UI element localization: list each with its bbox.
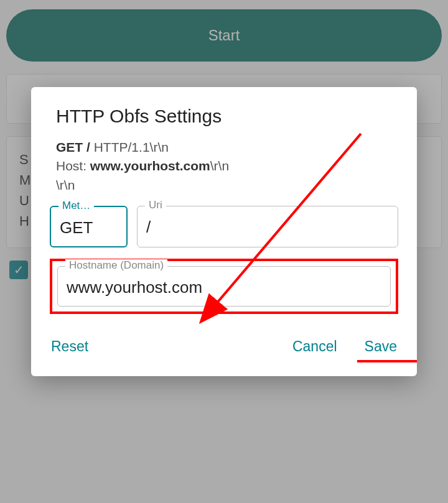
preview-method: GET [56,140,83,154]
save-wrap: Save [363,336,398,358]
preview-host-value: www.yourhost.com [90,159,210,173]
preview-crlf-1: \r\n [150,140,169,154]
http-obfs-dialog: HTTP Obfs Settings GET / HTTP/1.1\r\n Ho… [31,87,417,376]
preview-crlf-3: \r\n [56,178,75,192]
hostname-input[interactable] [67,278,381,297]
preview-path: / [86,140,90,154]
dialog-title: HTTP Obfs Settings [56,106,398,127]
action-right: Cancel Save [291,336,398,358]
preview-crlf-2: \r\n [210,159,229,173]
save-underline-annotation [357,360,417,362]
method-input[interactable] [60,218,118,238]
preview-http-version: HTTP/1.1 [94,140,150,154]
uri-label: Uri [145,199,166,211]
modal-overlay: HTTP Obfs Settings GET / HTTP/1.1\r\n Ho… [0,0,448,503]
uri-input[interactable] [146,218,389,237]
fields-row: Met… Uri [50,206,398,247]
method-field[interactable]: Met… [50,206,128,247]
hostname-field[interactable]: Hostname (Domain) [57,266,391,307]
method-label: Met… [58,200,94,212]
uri-field[interactable]: Uri [137,206,398,247]
hostname-highlight-box: Hostname (Domain) [50,259,398,314]
dialog-actions: Reset Cancel Save [50,336,398,358]
request-preview: GET / HTTP/1.1\r\n Host: www.yourhost.co… [56,138,398,195]
preview-host-label: Host: [56,159,86,173]
reset-button[interactable]: Reset [50,336,90,358]
cancel-button[interactable]: Cancel [291,336,338,358]
save-button[interactable]: Save [363,336,398,358]
hostname-label: Hostname (Domain) [65,259,167,272]
